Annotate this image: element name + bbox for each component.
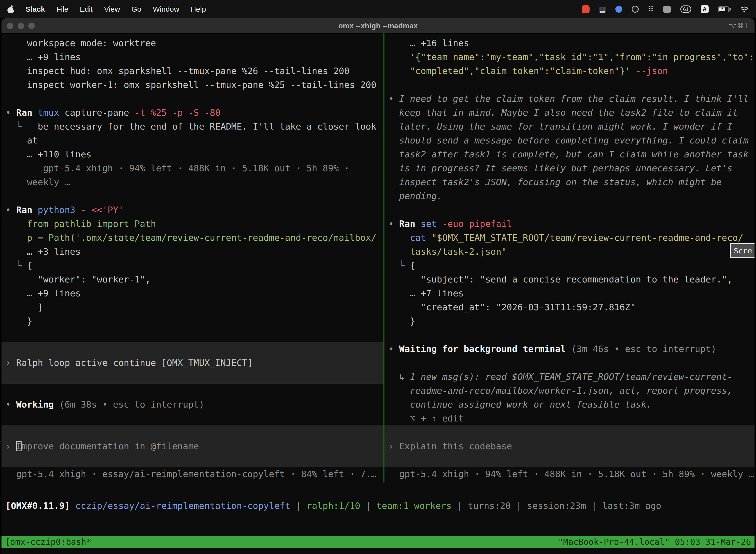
window-shortcut-hint: ⌥⌘1 <box>729 18 748 33</box>
window-title-bar[interactable]: omx --xhigh --madmax ⌥⌘1 <box>1 18 755 34</box>
prompt-band[interactable]: › Explain this codebase <box>384 426 755 467</box>
terminal-line <box>1 92 383 106</box>
terminal-line: • Ran set -euo pipefail <box>384 217 755 231</box>
wifi-icon[interactable] <box>740 6 749 13</box>
terminal-line: from pathlib import Path <box>1 217 383 231</box>
prompt-band[interactable]: › Improve documentation in @filename <box>1 426 383 467</box>
terminal-line <box>384 203 755 217</box>
prompt-line[interactable] <box>1 342 383 356</box>
terminal-line <box>384 328 755 342</box>
terminal-line <box>1 328 383 342</box>
tmux-pane-left[interactable]: workspace_mode: worktree … +9 lines insp… <box>1 33 383 483</box>
terminal-line: } <box>1 314 383 328</box>
dark-app-icon[interactable] <box>632 6 639 13</box>
battery-icon[interactable]: ⚡ <box>718 6 731 12</box>
terminal-line: gpt-5.4 xhigh · 94% left · 488K in · 5.1… <box>384 467 755 481</box>
active-app-menu[interactable]: Slack <box>25 5 45 13</box>
terminal-line <box>384 356 755 370</box>
blue-app-icon[interactable] <box>615 6 622 13</box>
menu-item-window[interactable]: Window <box>153 5 179 13</box>
terminal-block: workspace_mode: worktree … +9 lines insp… <box>1 36 383 342</box>
key-icon[interactable] <box>663 6 671 13</box>
close-button[interactable] <box>7 22 13 29</box>
menubar-status-icons: ▦ ⠿ 61 A ⚡ <box>582 5 749 13</box>
prompt-line[interactable]: › Explain this codebase <box>384 439 755 453</box>
terminal-line: └ { <box>1 259 383 273</box>
terminal-line: … +3 lines <box>1 245 383 259</box>
terminal-line: task2 after task1 is complete, but can I… <box>384 148 755 161</box>
prompt-line[interactable] <box>1 453 383 467</box>
terminal-line: inspect task2's JSON, focusing on the st… <box>384 175 755 189</box>
zoom-button[interactable] <box>28 22 35 29</box>
prompt-line[interactable]: › Improve documentation in @filename <box>1 439 383 453</box>
prompt-line[interactable] <box>384 453 755 467</box>
tmux-status-bar: [omx-cczip0:bash* "MacBook-Pro-44.local"… <box>1 536 755 548</box>
menu-item-file[interactable]: File <box>56 5 68 13</box>
terminal-line: • Working (6m 38s • esc to interrupt) <box>1 398 383 411</box>
app-menus: FileEditViewGoWindowHelp <box>56 5 206 13</box>
terminal-block: gpt-5.4 xhigh · essay/ai-reimplementatio… <box>1 467 383 481</box>
tmux-panes: workspace_mode: worktree … +9 lines insp… <box>1 33 755 502</box>
menu-bar-left: Slack FileEditViewGoWindowHelp <box>7 5 206 13</box>
charging-bolt-icon: ⚡ <box>720 5 724 12</box>
prompt-band[interactable]: › Ralph loop active continue [OMX_TMUX_I… <box>1 342 383 384</box>
prompt-line[interactable] <box>384 426 755 439</box>
terminal-line: • Ran tmux capture-pane -t %25 -p -S -80 <box>1 106 383 120</box>
tmux-pane-right[interactable]: … +16 lines '{"team_name":"my-team","tas… <box>384 33 755 483</box>
terminal-line: • Waiting for background terminal (3m 46… <box>384 342 755 356</box>
terminal-line: … +9 lines <box>1 286 383 300</box>
menu-item-view[interactable]: View <box>104 5 120 13</box>
dots-grid-icon[interactable]: ⠿ <box>648 5 653 13</box>
minimize-button[interactable] <box>18 22 24 29</box>
menu-item-go[interactable]: Go <box>131 5 141 13</box>
terminal-block: • Working (6m 38s • esc to interrupt) <box>1 384 383 426</box>
terminal-line: } <box>384 314 755 328</box>
menu-item-edit[interactable]: Edit <box>80 5 93 13</box>
menu-bar: Slack FileEditViewGoWindowHelp ▦ ⠿ 61 A … <box>0 0 756 18</box>
window-title: omx --xhigh --madmax <box>338 21 418 30</box>
terminal-line: ⌥ + ↑ edit <box>384 411 755 426</box>
terminal-line: continue assigned work or next feasible … <box>384 398 755 411</box>
terminal-line: p = Path('.omx/state/team/review-current… <box>1 231 383 245</box>
terminal-line: • Ran python3 - <<'PY' <box>1 203 383 217</box>
terminal-line: gpt-5.4 xhigh · essay/ai-reimplementatio… <box>1 467 383 481</box>
terminal-line: └ { <box>384 259 755 273</box>
badge-61-icon[interactable]: 61 <box>680 5 691 13</box>
prompt-line[interactable] <box>1 426 383 439</box>
terminal-line: … +7 lines <box>384 286 755 300</box>
apple-menu-icon[interactable] <box>7 5 14 13</box>
terminal-line <box>1 411 383 426</box>
window-grid-icon[interactable]: ▦ <box>599 5 606 13</box>
terminal-line: weekly … <box>1 175 383 189</box>
terminal-line: gpt-5.4 xhigh · 94% left · 488K in · 5.1… <box>1 161 383 175</box>
terminal-line: … +110 lines <box>1 148 383 161</box>
terminal-line: "created_at": "2026-03-31T11:59:27.816Z" <box>384 300 755 314</box>
prompt-line[interactable] <box>1 370 383 384</box>
prompt-line[interactable]: › Ralph loop active continue [OMX_TMUX_I… <box>1 356 383 370</box>
terminal-line: inspect_hud: omx sparkshell --tmux-pane … <box>1 64 383 78</box>
terminal-window: omx --xhigh --madmax ⌥⌘1 workspace_mode:… <box>1 18 755 554</box>
menu-item-help[interactable]: Help <box>191 5 206 13</box>
terminal-line: "subject": "send a concise recommendatio… <box>384 273 755 286</box>
terminal-line: readme-and-reco/mailbox/worker-1.json, a… <box>384 384 755 398</box>
omx-status-line: [OMX#0.11.9] cczip/essay/ai-reimplementa… <box>5 499 755 513</box>
terminal-line: keep that in mind. Maybe I also need the… <box>384 106 755 120</box>
terminal-line: cat "$OMX_TEAM_STATE_ROOT/team/review-cu… <box>384 231 755 245</box>
input-source-icon[interactable]: A <box>701 5 709 13</box>
traffic-lights <box>7 18 35 33</box>
terminal-line: should send a message before completing … <box>384 133 755 148</box>
terminal-line <box>384 78 755 92</box>
terminal-line: └ be necessary for the end of the README… <box>1 120 383 133</box>
terminal-line: workspace_mode: worktree <box>1 36 383 50</box>
screen-recording-indicator-icon[interactable] <box>582 5 589 13</box>
terminal-line <box>1 384 383 398</box>
terminal-line: later. Using the same for transition mig… <box>384 120 755 133</box>
tmux-session-label: [omx-cczip0:bash* <box>5 536 91 548</box>
terminal-line: … +9 lines <box>1 50 383 64</box>
terminal-line: pending. <box>384 189 755 203</box>
terminal-block: … +16 lines '{"team_name":"my-team","tas… <box>384 36 755 426</box>
terminal-line: '{"team_name":"my-team","task_id":"1","f… <box>384 50 755 64</box>
screenshot-thumbnail-popup[interactable]: Scre <box>730 243 755 258</box>
terminal-line: … +16 lines <box>384 36 755 50</box>
terminal-block: gpt-5.4 xhigh · 94% left · 488K in · 5.1… <box>384 467 755 481</box>
